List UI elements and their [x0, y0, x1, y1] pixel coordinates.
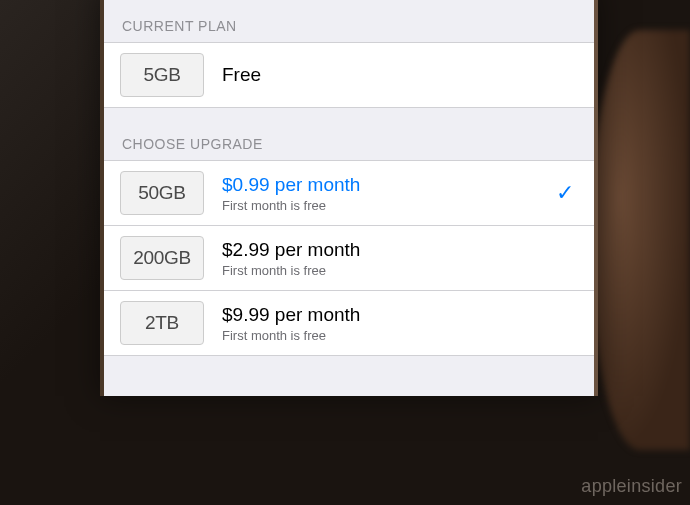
upgrade-row-2tb[interactable]: 2TB $9.99 per month First month is free [104, 291, 594, 355]
upgrade-price: $2.99 per month [222, 238, 578, 262]
upgrade-content: $0.99 per month First month is free [204, 173, 546, 213]
storage-badge: 2TB [120, 301, 204, 345]
upgrade-row-50gb[interactable]: 50GB $0.99 per month First month is free… [104, 161, 594, 226]
current-plan-label: Free [222, 63, 578, 87]
upgrade-note: First month is free [222, 263, 578, 278]
section-header-current-plan: CURRENT PLAN [104, 0, 594, 42]
checkmark-icon: ✓ [546, 180, 578, 206]
upgrade-note: First month is free [222, 198, 546, 213]
section-header-choose-upgrade: CHOOSE UPGRADE [104, 108, 594, 160]
watermark-text: appleinsider [581, 476, 682, 497]
phone-screen: CURRENT PLAN 5GB Free CHOOSE UPGRADE 50G… [100, 0, 598, 396]
current-plan-content: Free [204, 63, 578, 87]
upgrade-content: $2.99 per month First month is free [204, 238, 578, 278]
storage-badge: 200GB [120, 236, 204, 280]
storage-badge: 50GB [120, 171, 204, 215]
storage-badge-current: 5GB [120, 53, 204, 97]
upgrade-content: $9.99 per month First month is free [204, 303, 578, 343]
upgrade-row-200gb[interactable]: 200GB $2.99 per month First month is fre… [104, 226, 594, 291]
background-hand [590, 30, 690, 450]
upgrade-group: 50GB $0.99 per month First month is free… [104, 160, 594, 356]
upgrade-note: First month is free [222, 328, 578, 343]
upgrade-price: $9.99 per month [222, 303, 578, 327]
upgrade-price: $0.99 per month [222, 173, 546, 197]
current-plan-row[interactable]: 5GB Free [104, 42, 594, 108]
